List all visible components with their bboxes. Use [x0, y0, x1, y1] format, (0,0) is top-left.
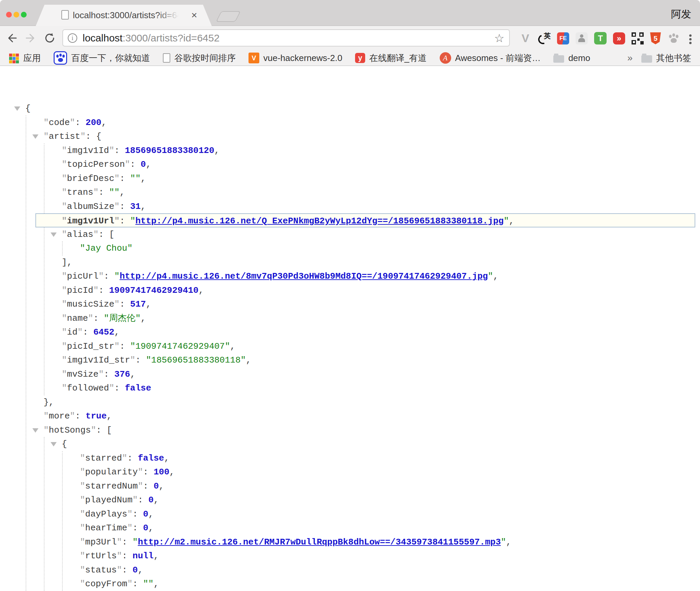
json-value-bool: false: [138, 453, 164, 463]
colon: :: [114, 383, 125, 393]
fehelper-icon[interactable]: FE: [557, 32, 569, 44]
json-line-alias: "alias": [: [0, 227, 700, 242]
bracket: [: [109, 229, 114, 240]
json-value-number: 517: [130, 299, 146, 309]
key-quote: ": [62, 201, 67, 212]
bookmark-item[interactable]: AAwesomes - 前端资…: [440, 52, 541, 64]
tab-close-icon[interactable]: ×: [188, 9, 200, 22]
collapse-arrow-icon[interactable]: [32, 428, 38, 433]
window-minimize-button[interactable]: [13, 12, 19, 18]
bookmark-item[interactable]: demo: [553, 53, 590, 63]
collapse-arrow-icon[interactable]: [51, 232, 57, 237]
json-line-picId: "picId": 19097417462929410,: [0, 283, 700, 298]
json-value-link[interactable]: http://p4.music.126.net/8mv7qP30Pd3oHW8b…: [120, 271, 488, 281]
key-quote: ": [98, 271, 104, 281]
json-value-link[interactable]: http://m2.music.126.net/RMJR7wDullRqppBk…: [138, 537, 501, 547]
key-quote: ": [80, 467, 85, 477]
tampermonkey-icon[interactable]: T: [594, 32, 607, 44]
other-bookmarks-folder[interactable]: 其他书签: [641, 52, 691, 64]
json-key: playedNum: [85, 495, 133, 505]
key-quote: ": [114, 201, 120, 212]
folder-icon: [641, 55, 652, 63]
collapse-arrow-icon[interactable]: [14, 106, 20, 111]
json-line: ],: [0, 255, 700, 270]
json-key: trans: [67, 187, 93, 197]
bookmark-item[interactable]: 百度一下，你就知道: [54, 51, 150, 65]
key-quote: ": [80, 579, 85, 589]
youdao-translate-icon[interactable]: 英: [538, 32, 551, 45]
json-value-link[interactable]: http://p4.music.126.net/Q_ExePNkmgB2yWyL…: [135, 216, 503, 226]
json-value-string: "": [109, 187, 119, 197]
key-quote: ": [93, 187, 99, 197]
json-value-bool: false: [125, 383, 151, 393]
key-quote: ": [62, 383, 67, 393]
comma: ,: [146, 299, 151, 309]
bookmarks-overflow-chevron-icon[interactable]: »: [627, 53, 633, 63]
key-quote: ": [43, 411, 49, 421]
forward-button[interactable]: [25, 32, 37, 44]
json-key: albumSize: [67, 201, 114, 212]
new-tab-button[interactable]: [216, 11, 241, 22]
page-info-icon[interactable]: i: [68, 33, 77, 43]
key-quote: ": [80, 481, 85, 491]
profile-name[interactable]: 阿发: [671, 7, 691, 21]
json-line: },: [0, 395, 700, 409]
colon: :: [143, 467, 153, 477]
json-key: picUrl: [67, 271, 99, 281]
json-value-number: 18569651883380120: [125, 146, 214, 156]
json-line-id: "id": 6452,: [0, 325, 700, 339]
bookmark-label: 谷歌按时间排序: [174, 52, 236, 64]
collapse-arrow-icon[interactable]: [32, 134, 38, 139]
video-speed-icon[interactable]: »: [613, 32, 625, 44]
window-close-button[interactable]: [6, 12, 12, 18]
json-line-picId_str: "picId_str": "19097417462929407",: [0, 339, 700, 353]
comma: ,: [114, 327, 120, 337]
bookmark-item[interactable]: Vvue-hackernews-2.0: [249, 53, 342, 63]
qrcode-icon[interactable]: [632, 32, 644, 44]
reload-button[interactable]: [44, 32, 56, 44]
key-quote: ": [91, 425, 96, 435]
json-line: {: [0, 437, 700, 451]
colon: :: [93, 313, 104, 323]
collapse-arrow-icon[interactable]: [51, 442, 57, 446]
colon: :: [133, 523, 143, 533]
json-value-string: "": [130, 174, 141, 184]
colon: :: [135, 355, 146, 365]
folder-icon: [553, 55, 564, 63]
bookmark-label: 在线翻译_有道: [369, 52, 427, 64]
string-quote: ": [114, 271, 120, 281]
json-value-number: 100: [153, 467, 169, 477]
json-line-artist: "artist": {: [0, 129, 700, 144]
json-key: briefDesc: [67, 174, 114, 184]
comma: ,: [141, 174, 146, 184]
json-value-number: 376: [114, 369, 130, 379]
json-value-string: "": [143, 579, 153, 589]
bookmark-item[interactable]: y在线翻译_有道: [355, 52, 427, 64]
json-line-img1v1Id: "img1v1Id": 18569651883380120,: [0, 144, 700, 158]
comma: ,: [164, 453, 170, 463]
bracket: [: [107, 425, 112, 435]
bookmark-star-icon[interactable]: ☆: [494, 31, 504, 45]
window-fullscreen-button[interactable]: [21, 12, 27, 18]
string-quote: ": [133, 537, 138, 547]
json-line-topicPerson: "topicPerson": 0,: [0, 157, 700, 172]
json-line-playedNum: "playedNum": 0,: [0, 493, 700, 507]
bookmark-item[interactable]: 谷歌按时间排序: [163, 52, 236, 64]
kebab-menu-icon[interactable]: [689, 34, 692, 44]
address-bar[interactable]: i localhost:3000/artists?id=6452 ☆: [62, 29, 510, 46]
html5-helper-icon[interactable]: 5: [650, 32, 661, 44]
key-quote: ": [138, 467, 143, 477]
key-quote: ": [62, 341, 67, 351]
other-bookmarks-label: 其他书签: [656, 52, 691, 64]
user-sitemap-icon[interactable]: [576, 32, 588, 44]
back-button[interactable]: [5, 32, 18, 44]
json-value-number: 0: [143, 523, 148, 533]
paw-icon[interactable]: [667, 32, 680, 45]
colon: :: [98, 187, 109, 197]
bookmark-item[interactable]: 应用: [9, 52, 41, 64]
tab-strip: localhost:3000/artists?id=645 × 阿发: [0, 0, 700, 26]
json-value-string: "18569651883380118": [146, 355, 246, 365]
vue-devtools-icon[interactable]: V: [519, 32, 531, 45]
comma: ,: [169, 467, 175, 477]
browser-tab[interactable]: localhost:3000/artists?id=645 ×: [36, 5, 212, 26]
